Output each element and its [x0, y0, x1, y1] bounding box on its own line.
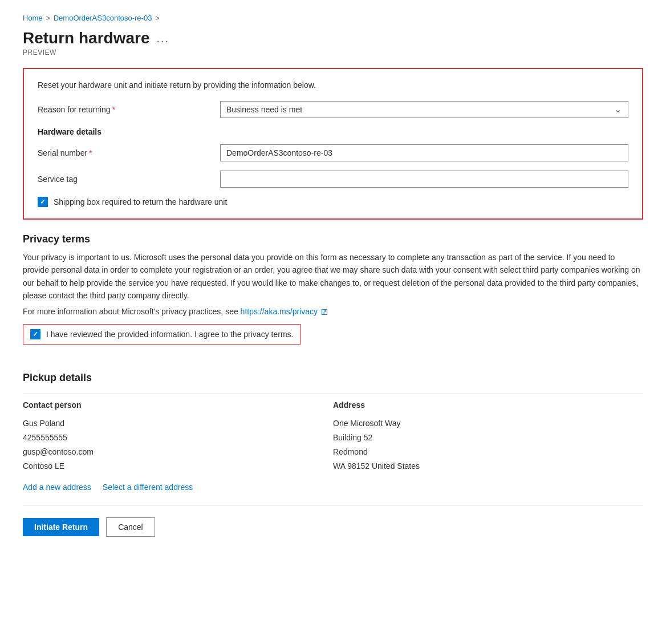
reason-dropdown[interactable]: Business need is met Hardware failure En…	[220, 101, 628, 118]
privacy-title: Privacy terms	[23, 233, 643, 245]
add-new-address-link[interactable]: Add a new address	[23, 483, 91, 492]
return-form-section: Reset your hardware unit and initiate re…	[23, 68, 643, 220]
contact-name: Gus Poland	[23, 416, 333, 431]
reason-label: Reason for returning*	[38, 105, 220, 114]
contact-column-header: Contact person	[23, 400, 333, 416]
service-tag-input-wrapper	[220, 171, 628, 188]
pickup-section: Pickup details Contact person Address Gu…	[23, 372, 643, 492]
external-link-icon	[322, 309, 327, 315]
contact-email: gusp@contoso.com	[23, 445, 333, 459]
privacy-link[interactable]: https://aka.ms/privacy	[241, 307, 318, 316]
shipping-checkbox-row: Shipping box required to return the hard…	[38, 197, 628, 207]
pickup-actions: Add a new address Select a different add…	[23, 483, 643, 492]
address-column-header: Address	[333, 400, 643, 416]
serial-required: *	[89, 148, 92, 157]
cancel-button[interactable]: Cancel	[106, 517, 155, 537]
breadcrumb-home[interactable]: Home	[23, 14, 43, 22]
serial-number-input[interactable]	[220, 144, 628, 161]
breadcrumb-separator-2: >	[155, 14, 159, 22]
pickup-grid: Contact person Address Gus Poland 425555…	[23, 393, 643, 474]
breadcrumb: Home > DemoOrderAS3contoso-re-03 >	[23, 14, 643, 22]
contact-data: Gus Poland 4255555555 gusp@contoso.com C…	[23, 416, 333, 474]
serial-label: Serial number*	[38, 148, 220, 157]
privacy-link-row: For more information about Microsoft's p…	[23, 307, 643, 316]
hardware-details-header: Hardware details	[38, 127, 628, 136]
address-line2: Building 52	[333, 431, 643, 445]
select-different-address-link[interactable]: Select a different address	[103, 483, 193, 492]
breadcrumb-order[interactable]: DemoOrderAS3contoso-re-03	[54, 14, 152, 22]
intro-text: Reset your hardware unit and initiate re…	[38, 80, 628, 90]
serial-number-row: Serial number*	[38, 144, 628, 161]
shipping-checkbox[interactable]	[38, 197, 48, 207]
shipping-checkbox-label: Shipping box required to return the hard…	[54, 197, 227, 206]
privacy-agree-row: I have reviewed the provided information…	[23, 324, 300, 345]
page-subtitle: PREVIEW	[23, 48, 643, 56]
address-line3: Redmond	[333, 445, 643, 459]
service-tag-input[interactable]	[220, 171, 628, 188]
service-tag-row: Service tag	[38, 171, 628, 188]
privacy-agree-checkbox[interactable]	[30, 329, 40, 339]
page-title-row: Return hardware ...	[23, 29, 643, 47]
address-data: One Microsoft Way Building 52 Redmond WA…	[333, 416, 643, 474]
breadcrumb-separator-1: >	[46, 14, 50, 22]
privacy-section: Privacy terms Your privacy is important …	[23, 233, 643, 358]
privacy-agree-label: I have reviewed the provided information…	[46, 330, 293, 339]
reason-dropdown-wrapper: Business need is met Hardware failure En…	[220, 101, 628, 118]
initiate-return-button[interactable]: Initiate Return	[23, 518, 99, 536]
address-line4: WA 98152 United States	[333, 459, 643, 473]
contact-phone: 4255555555	[23, 431, 333, 445]
privacy-link-prefix: For more information about Microsoft's p…	[23, 307, 241, 316]
footer-bar: Initiate Return Cancel	[23, 505, 643, 537]
contact-company: Contoso LE	[23, 459, 333, 473]
pickup-title: Pickup details	[23, 372, 643, 384]
page-title: Return hardware	[23, 29, 150, 47]
serial-input-wrapper	[220, 144, 628, 161]
privacy-body: Your privacy is important to us. Microso…	[23, 251, 643, 302]
more-options-button[interactable]: ...	[157, 32, 170, 45]
address-line1: One Microsoft Way	[333, 416, 643, 431]
reason-row: Reason for returning* Business need is m…	[38, 101, 628, 118]
reason-required: *	[112, 105, 115, 114]
service-tag-label: Service tag	[38, 175, 220, 184]
